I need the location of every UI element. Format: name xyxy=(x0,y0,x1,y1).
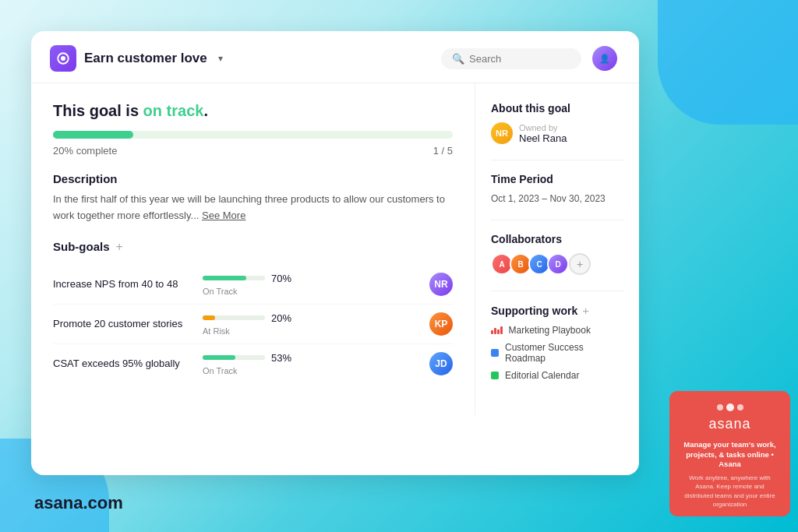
description-text: In the first half of this year we will b… xyxy=(53,192,453,224)
progress-bar-container xyxy=(53,131,453,139)
subgoal-pct-2: 20% xyxy=(271,312,291,324)
add-collaborator-button[interactable]: + xyxy=(569,253,591,275)
goal-title: Earn customer love xyxy=(84,51,207,66)
avatar-initials: 👤 xyxy=(599,54,610,64)
collab-avatar-4[interactable]: D xyxy=(547,253,569,275)
subgoal-progress-1: 70% On Track xyxy=(203,273,420,296)
owner-row: NR Owned by Neel Rana xyxy=(491,122,623,144)
subgoal-pct-3: 53% xyxy=(271,352,291,364)
about-section: About this goal NR Owned by Neel Rana xyxy=(491,102,623,144)
subgoal-progress-3: 53% On Track xyxy=(203,352,420,375)
subgoal-name-2: Promote 20 customer stories xyxy=(53,318,193,329)
subgoal-status-1: On Track xyxy=(203,287,420,296)
subgoal-avatar-2: KP xyxy=(429,312,453,336)
collaborators-row: A B C D + xyxy=(491,253,623,275)
asana-logo: asana xyxy=(680,403,779,432)
goal-status-line: This goal is on track. xyxy=(53,102,453,120)
time-period-value: Oct 1, 2023 – Nov 30, 2023 xyxy=(491,193,623,204)
owner-label: Owned by xyxy=(519,123,567,132)
header: Earn customer love ▾ 🔍 👤 xyxy=(31,31,639,83)
description-title: Description xyxy=(53,172,453,185)
owner-avatar: NR xyxy=(491,122,513,144)
user-avatar[interactable]: 👤 xyxy=(592,46,617,71)
right-panel: About this goal NR Owned by Neel Rana Ti… xyxy=(475,83,639,415)
subgoal-avatar-3: JD xyxy=(429,352,453,375)
progress-bar-fill xyxy=(53,131,133,139)
collaborators-section: Collaborators A B C D + xyxy=(491,233,623,275)
supporting-item-text-3: Editorial Calendar xyxy=(505,370,579,381)
subgoal-status-3: On Track xyxy=(203,366,420,375)
asana-brand-text: asana xyxy=(708,416,750,432)
collaborators-title: Collaborators xyxy=(491,233,623,245)
search-input[interactable] xyxy=(469,53,563,65)
time-period-section: Time Period Oct 1, 2023 – Nov 30, 2023 xyxy=(491,173,623,204)
supporting-item-2[interactable]: Customer Success Roadmap xyxy=(491,342,623,364)
see-more-link[interactable]: See More xyxy=(202,210,245,221)
progress-label: 20% complete xyxy=(53,145,117,157)
supporting-item-text-2: Customer Success Roadmap xyxy=(505,342,623,364)
owner-name: Neel Rana xyxy=(519,132,567,144)
add-supporting-button[interactable]: + xyxy=(582,304,589,317)
divider-1 xyxy=(491,160,623,160)
subgoal-row: Promote 20 customer stories 20% At Risk … xyxy=(53,305,453,344)
subgoal-avatar-1: NR xyxy=(429,273,453,296)
header-left: Earn customer love ▾ xyxy=(50,45,223,72)
bar-chart-icon xyxy=(491,326,503,334)
goal-icon xyxy=(50,45,76,72)
search-bar[interactable]: 🔍 xyxy=(441,48,581,69)
supporting-item-1[interactable]: Marketing Playbook xyxy=(491,325,623,336)
supporting-title: Supporting work xyxy=(491,305,577,317)
subgoal-progress-2: 20% At Risk xyxy=(203,312,420,336)
content-area: This goal is on track. 20% complete 1 / … xyxy=(31,83,639,415)
svg-point-1 xyxy=(61,56,65,61)
green-dot-icon xyxy=(491,372,499,379)
divider-2 xyxy=(491,220,623,220)
subgoal-row: CSAT exceeds 95% globally 53% On Track J… xyxy=(53,344,453,383)
main-card: Earn customer love ▾ 🔍 👤 This goal is on… xyxy=(31,31,639,475)
search-icon: 🔍 xyxy=(452,53,464,65)
supporting-section: Supporting work + Marketing Playbook Cus… xyxy=(491,304,623,381)
subgoal-name-3: CSAT exceeds 95% globally xyxy=(53,358,193,369)
divider-3 xyxy=(491,291,623,291)
header-right: 🔍 👤 xyxy=(441,46,617,71)
chevron-down-icon[interactable]: ▾ xyxy=(218,53,223,64)
about-title: About this goal xyxy=(491,102,623,115)
status-suffix: . xyxy=(203,102,208,119)
sub-goals-title: Sub-goals xyxy=(53,240,110,253)
time-period-title: Time Period xyxy=(491,173,623,185)
subgoal-name-1: Increase NPS from 40 to 48 xyxy=(53,278,193,290)
asana-headline: Manage your team's work, projects, & tas… xyxy=(680,440,779,469)
watermark: asana.com xyxy=(34,493,123,513)
asana-promo-card: asana Manage your team's work, projects,… xyxy=(669,391,790,516)
progress-info: 20% complete 1 / 5 xyxy=(53,145,453,157)
status-value: on track xyxy=(143,102,204,119)
subgoal-pct-1: 70% xyxy=(271,273,291,284)
status-prefix: This goal is xyxy=(53,102,143,119)
add-subgoal-button[interactable]: + xyxy=(116,240,123,254)
asana-subtext: Work anytime, anywhere with Asana. Keep … xyxy=(680,474,779,509)
subgoal-status-2: At Risk xyxy=(203,326,420,336)
blue-dot-icon xyxy=(491,349,499,357)
progress-fraction: 1 / 5 xyxy=(433,145,453,157)
deco-top-right xyxy=(658,0,798,125)
supporting-item-text-1: Marketing Playbook xyxy=(509,325,591,336)
subgoal-row: Increase NPS from 40 to 48 70% On Track … xyxy=(53,265,453,305)
sub-goals-header: Sub-goals + xyxy=(53,240,453,254)
left-panel: This goal is on track. 20% complete 1 / … xyxy=(31,83,475,415)
supporting-item-3[interactable]: Editorial Calendar xyxy=(491,370,623,381)
